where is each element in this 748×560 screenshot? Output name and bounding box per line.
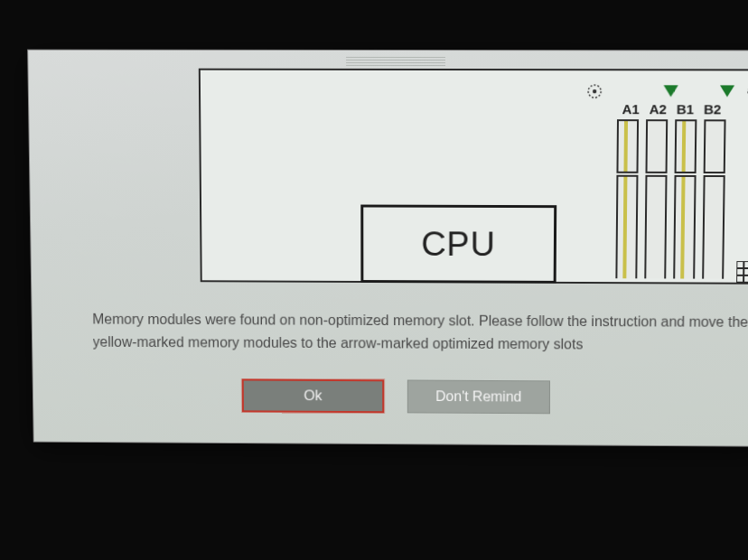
memory-slot-b1	[673, 119, 697, 278]
cpu-label: CPU	[421, 225, 496, 264]
button-row: Ok Don't Remind	[33, 378, 748, 415]
slot-label-b1: B1	[671, 101, 698, 117]
memory-slot-area: A1A2B1B2	[595, 81, 748, 281]
memory-slot-b2	[702, 119, 725, 278]
memory-warning-dialog: CPU A1A2B1B2	[27, 50, 748, 447]
dont-remind-button[interactable]: Don't Remind	[407, 379, 550, 414]
memory-slot-a2	[644, 119, 668, 278]
slot-label-a2: A2	[644, 101, 671, 117]
optimized-slot-arrows	[624, 85, 743, 99]
grid-icon	[736, 261, 748, 283]
slot-labels: A1A2B1B2	[617, 101, 726, 117]
slot-label-b2: B2	[698, 101, 725, 117]
cpu-box: CPU	[360, 205, 556, 284]
arrow-down-icon	[720, 85, 734, 97]
arrow-down-icon	[663, 85, 678, 97]
ok-button[interactable]: Ok	[242, 378, 384, 413]
gear-icon	[586, 83, 603, 103]
memory-slots	[615, 119, 743, 279]
warning-message: Memory modules were found on non-optimiz…	[92, 308, 748, 358]
slot-label-a1: A1	[617, 101, 644, 117]
svg-point-1	[593, 89, 596, 93]
memory-slot-a1	[615, 119, 639, 278]
motherboard-diagram: CPU A1A2B1B2	[199, 69, 748, 285]
window-grip-icon	[346, 57, 445, 66]
